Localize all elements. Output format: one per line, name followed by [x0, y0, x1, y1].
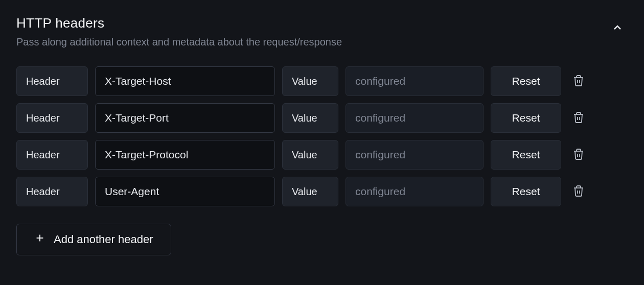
reset-button[interactable]: Reset — [491, 177, 561, 206]
header-value-input[interactable] — [346, 140, 484, 170]
collapse-toggle[interactable] — [607, 17, 628, 39]
section-description: Pass along additional context and metada… — [16, 36, 342, 48]
header-value-input[interactable] — [346, 66, 484, 96]
header-value-label: Value — [282, 140, 338, 170]
header-row: Header Value Reset — [16, 177, 628, 206]
header-value-label: Value — [282, 66, 338, 96]
header-key-input[interactable] — [95, 177, 275, 206]
delete-button[interactable] — [568, 144, 589, 167]
chevron-up-icon — [611, 28, 624, 35]
plus-icon — [34, 232, 45, 247]
header-value-label: Value — [282, 103, 338, 133]
trash-icon — [572, 184, 585, 199]
header-value-label: Value — [282, 177, 338, 206]
delete-button[interactable] — [568, 107, 589, 130]
trash-icon — [572, 148, 585, 162]
delete-button[interactable] — [568, 180, 589, 203]
trash-icon — [572, 74, 585, 89]
header-row: Header Value Reset — [16, 140, 628, 170]
add-header-button[interactable]: Add another header — [16, 224, 171, 255]
header-key-input[interactable] — [95, 66, 275, 96]
header-key-label: Header — [16, 66, 88, 96]
header-row: Header Value Reset — [16, 103, 628, 133]
header-key-input[interactable] — [95, 103, 275, 133]
header-key-label: Header — [16, 103, 88, 133]
add-button-label: Add another header — [54, 233, 153, 246]
header-key-label: Header — [16, 140, 88, 170]
section-title: HTTP headers — [16, 15, 342, 31]
header-value-input[interactable] — [346, 177, 484, 206]
section-header: HTTP headers Pass along additional conte… — [16, 15, 628, 48]
header-key-label: Header — [16, 177, 88, 206]
headers-list: Header Value Reset Header Value Reset He… — [16, 66, 628, 206]
reset-button[interactable]: Reset — [491, 140, 561, 170]
header-key-input[interactable] — [95, 140, 275, 170]
reset-button[interactable]: Reset — [491, 103, 561, 133]
trash-icon — [572, 111, 585, 126]
header-row: Header Value Reset — [16, 66, 628, 96]
reset-button[interactable]: Reset — [491, 66, 561, 96]
delete-button[interactable] — [568, 70, 589, 93]
header-value-input[interactable] — [346, 103, 484, 133]
